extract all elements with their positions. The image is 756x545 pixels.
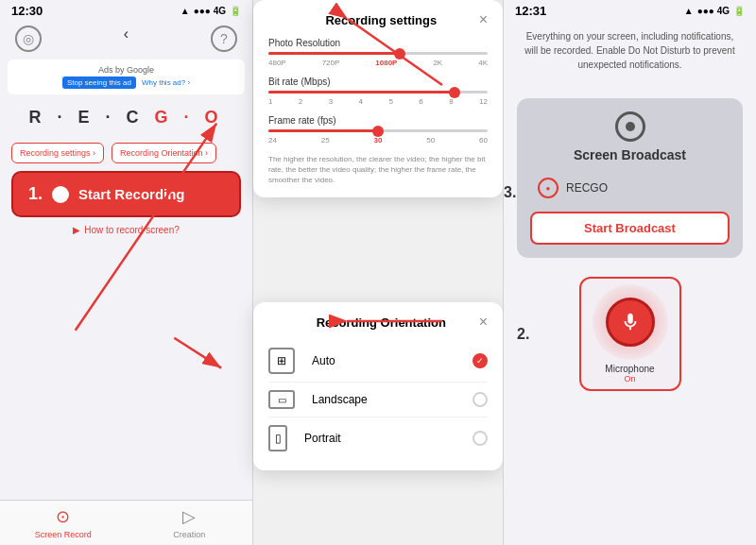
res-slider-fill [268, 52, 400, 55]
recording-orientation-btn[interactable]: Recording Orientation › [112, 143, 216, 163]
battery-icon-3: 🔋 [733, 6, 745, 16]
signal-icon-3: ▲ [684, 6, 694, 16]
status-bar-1: 12:30 ▲ ●●● 4G 🔋 [0, 0, 252, 22]
portrait-label: Portrait [304, 432, 341, 445]
start-recording-btn[interactable]: 1. Start Recording [11, 171, 241, 217]
popup-header: Recording settings × [268, 11, 488, 28]
start-broadcast-container: Start Broadcast [530, 212, 730, 245]
mic-button[interactable] [606, 298, 655, 347]
popup-title: Recording settings [284, 13, 479, 27]
how-to-link[interactable]: ▶ How to record screen? [0, 225, 252, 235]
recording-settings-popup: Recording settings × Photo Resolution 48… [253, 0, 503, 197]
network-icon-3: ●●● 4G [697, 6, 730, 16]
status-icons-1: ▲ ●●● 4G 🔋 [180, 6, 241, 16]
auto-radio[interactable] [472, 353, 488, 368]
broadcast-card: Screen Broadcast ● RECGO Start Broadcast [517, 98, 743, 258]
bitrate-section: Bit rate (Mbps) 123456812 [268, 77, 488, 106]
landscape-label: Landscape [312, 393, 368, 406]
panel-3: 12:31 ▲ ●●● 4G 🔋 Everything on your scre… [503, 0, 756, 545]
bitrate-slider-track[interactable] [268, 91, 488, 94]
bottom-tabs: ⊙ Screen Record ▷ Creation [0, 500, 252, 545]
tab-creation-label: Creation [173, 530, 205, 539]
ads-banner: Ads by Google Stop seeing this ad Why th… [8, 60, 245, 94]
tab-screen-record-label: Screen Record [35, 530, 92, 539]
start-recording-num: 1. [28, 184, 43, 204]
recgo-logo: R · E · C G · O [0, 98, 252, 135]
num-3-label: 3. [504, 184, 516, 201]
res-label: Photo Resolution [268, 38, 488, 48]
target-icon: ◎ [15, 26, 42, 52]
ads-label: Ads by Google [17, 65, 235, 75]
stop-seeing-btn[interactable]: Stop seeing this ad [62, 77, 136, 89]
broadcast-card-wrapper: Screen Broadcast ● RECGO Start Broadcast… [504, 98, 756, 258]
portrait-orient-icon: ▯ [268, 425, 287, 451]
mic-outer-box: Microphone On [579, 277, 681, 391]
screen-record-tab-icon: ⊙ [56, 506, 70, 527]
tab-creation[interactable]: ▷ Creation [127, 506, 253, 539]
recgo-app-icon: ● [538, 178, 558, 198]
framerate-section: Frame rate (fps) 2425305060 [268, 115, 488, 145]
orientation-auto[interactable]: ⊞ Auto [268, 340, 488, 383]
status-icons-3: ▲ ●●● 4G 🔋 [684, 6, 745, 16]
yt-icon: ▶ [73, 225, 80, 235]
broadcast-desc: Everything on your screen, including not… [521, 29, 739, 72]
landscape-radio[interactable] [472, 392, 488, 407]
broadcast-title: Screen Broadcast [574, 147, 686, 162]
battery-icon-1: 🔋 [230, 6, 241, 16]
start-recording-label: Start Recording [78, 186, 185, 202]
orientation-landscape[interactable]: ▭ Landscape [268, 383, 488, 417]
microphone-section: 2. Microphone On [504, 277, 756, 391]
creation-tab-icon: ▷ [182, 506, 196, 527]
res-slider-labels: 480P720P1080P2K4K [268, 59, 488, 67]
portrait-radio[interactable] [472, 431, 488, 446]
framerate-slider-fill [268, 129, 378, 132]
panel-1: 12:30 ▲ ●●● 4G 🔋 ◎ ‹ ? Ads by Google Sto… [0, 0, 253, 545]
res-slider-thumb [394, 48, 405, 60]
framerate-slider-thumb [372, 126, 384, 137]
orientation-portrait[interactable]: ▯ Portrait [268, 417, 488, 459]
why-ad-link[interactable]: Why this ad? › [142, 77, 190, 89]
orientation-popup-title: Recording Orientation [284, 315, 479, 330]
num-2-label: 2. [517, 326, 529, 343]
help-icon[interactable]: ? [211, 26, 237, 52]
mic-status: On [593, 374, 668, 383]
top-icons-row: ◎ ‹ ? [0, 22, 252, 56]
back-chevron[interactable]: ‹ [124, 26, 129, 52]
orientation-popup-close[interactable]: × [479, 314, 488, 331]
radio-circle [52, 186, 69, 203]
middle-area: Recording settings × Photo Resolution 48… [253, 0, 503, 545]
bitrate-slider-labels: 123456812 [268, 97, 488, 106]
photo-resolution-section: Photo Resolution 480P720P1080P2K4K [268, 38, 488, 67]
broadcast-record-icon [615, 111, 645, 142]
mic-label: Microphone [593, 364, 668, 374]
orientation-popup-header: Recording Orientation × [268, 314, 488, 331]
setting-desc: The higher the resolution, the clearer t… [268, 154, 488, 186]
svg-line-3 [174, 338, 221, 368]
broadcast-card-header: Screen Broadcast [530, 111, 730, 162]
how-to-text: How to record screen? [84, 225, 180, 235]
popup-close-btn[interactable]: × [479, 11, 488, 28]
orientation-popup: Recording Orientation × ⊞ Auto ▭ Landsca… [253, 302, 503, 470]
time-1: 12:30 [11, 4, 43, 18]
status-bar-3: 12:31 ▲ ●●● 4G 🔋 [504, 0, 756, 22]
network-icon-1: ●●● 4G [194, 6, 226, 16]
recgo-row: ● RECGO [530, 172, 730, 204]
auto-orient-icon: ⊞ [268, 348, 295, 374]
bitrate-slider-fill [268, 91, 455, 94]
settings-buttons-row: Recording settings › Recording Orientati… [0, 143, 252, 163]
res-slider-track[interactable] [268, 52, 488, 55]
mic-area: Microphone On [579, 277, 681, 391]
signal-icon-1: ▲ [180, 6, 190, 16]
tab-screen-record[interactable]: ⊙ Screen Record [0, 506, 127, 539]
recording-settings-btn[interactable]: Recording settings › [11, 143, 104, 163]
bitrate-slider-thumb [449, 87, 460, 98]
recgo-app-name: RECGO [566, 181, 608, 195]
bitrate-label: Bit rate (Mbps) [268, 77, 488, 87]
framerate-slider-labels: 2425305060 [268, 136, 488, 145]
landscape-orient-icon: ▭ [268, 390, 295, 409]
time-3: 12:31 [515, 4, 546, 18]
start-broadcast-btn[interactable]: Start Broadcast [530, 212, 730, 245]
microphone-icon [620, 312, 641, 332]
framerate-slider-track[interactable] [268, 129, 488, 132]
mic-glow [593, 284, 668, 360]
